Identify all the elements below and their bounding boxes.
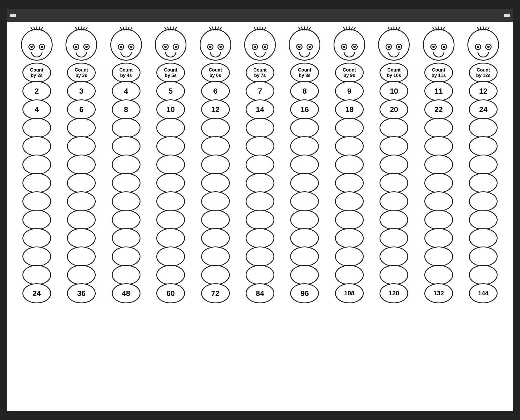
segment-empty-by5-5 <box>156 210 185 230</box>
pupil-right-by2 <box>41 46 43 48</box>
hair-spike <box>346 26 348 30</box>
eye-right-by6 <box>217 44 224 50</box>
segment-empty-by6-1 <box>201 136 230 156</box>
label-bubble-by9: Countby 9s <box>335 63 364 83</box>
hair-spike <box>128 26 130 30</box>
pupil-left-by5 <box>164 46 167 48</box>
smile-by10 <box>388 52 400 57</box>
pupil-right-by10 <box>398 46 400 48</box>
caterpillar-col-by4: Countby 4s4848 <box>105 29 147 304</box>
head-circle-by2 <box>21 29 53 61</box>
segment-empty-by3-0 <box>67 118 96 138</box>
segment-empty-by10-4 <box>380 191 408 211</box>
head-by7 <box>244 29 276 61</box>
segment-last-by9: 108 <box>335 283 364 303</box>
hair-spike <box>485 26 487 30</box>
segment-empty-by12-1 <box>469 136 498 156</box>
caterpillar-col-by11: Countby 11s1122132 <box>418 29 459 304</box>
segment-empty-by12-6 <box>469 228 498 248</box>
head-by3 <box>66 29 97 61</box>
hair-spike <box>209 27 212 31</box>
pupil-right-by7 <box>264 46 266 48</box>
segment-last-by7: 84 <box>246 283 274 303</box>
eyes-row-by5 <box>162 44 179 50</box>
head-by4 <box>110 29 142 61</box>
eye-right-by9 <box>351 44 358 50</box>
segment-filled-by4-0: 4 <box>112 81 140 101</box>
segment-empty-by9-5 <box>335 210 364 230</box>
segment-empty-by12-3 <box>469 173 498 193</box>
hair-spike <box>85 27 88 31</box>
segment-empty-by8-8 <box>290 265 319 285</box>
segment-filled-by2-0: 2 <box>22 81 51 101</box>
segment-empty-by2-3 <box>22 173 51 193</box>
caterpillars-container: Countby 2s2424 <box>9 26 511 307</box>
smile-by11 <box>433 52 444 57</box>
hair-spike <box>432 27 435 31</box>
smile-by12 <box>477 52 489 57</box>
segment-filled-by6-0: 6 <box>201 81 230 101</box>
eye-left-by2 <box>28 44 35 50</box>
segment-empty-by12-0 <box>469 118 498 138</box>
hair-spike <box>259 26 260 30</box>
segment-empty-by6-3 <box>201 173 230 193</box>
eye-left-by10 <box>386 44 392 50</box>
hair-by12 <box>479 26 488 30</box>
hair-spike <box>40 27 43 31</box>
hair-spike <box>36 26 37 30</box>
head-circle-by4 <box>110 29 142 61</box>
segment-empty-by8-0 <box>290 118 319 138</box>
eye-left-by8 <box>296 44 303 50</box>
hair-spike <box>298 27 301 31</box>
segment-last-by10: 120 <box>380 283 408 303</box>
segment-filled-by7-0: 7 <box>246 81 274 101</box>
head-by9 <box>334 29 365 61</box>
hair-spike <box>33 26 35 30</box>
segment-empty-by9-1 <box>335 136 364 156</box>
hair-spike <box>394 26 394 30</box>
hair-spike <box>306 26 308 30</box>
segment-filled-by8-1: 16 <box>290 99 319 120</box>
smile-by7 <box>254 52 266 57</box>
hair-spike <box>390 26 392 30</box>
segment-filled-by2-1: 4 <box>22 99 51 120</box>
smile-by6 <box>210 52 221 57</box>
head-circle-by10 <box>378 29 410 61</box>
pupil-right-by4 <box>130 46 132 48</box>
hair-spike <box>120 27 122 31</box>
pupil-left-by12 <box>477 46 479 48</box>
head-by2 <box>21 29 53 61</box>
segment-empty-by8-5 <box>290 210 319 230</box>
hair-by5 <box>166 26 175 30</box>
segment-empty-by9-4 <box>335 191 364 211</box>
eyes-row-by12 <box>475 44 492 50</box>
hair-by2 <box>32 26 41 30</box>
segment-empty-by3-8 <box>67 265 96 285</box>
segment-empty-by8-7 <box>290 246 319 267</box>
segment-empty-by2-5 <box>22 210 51 230</box>
segment-filled-by3-0: 3 <box>67 81 96 101</box>
hair-spike <box>388 27 390 31</box>
segment-empty-by2-4 <box>22 191 51 211</box>
segment-empty-by11-3 <box>424 173 453 193</box>
hair-by4 <box>122 26 130 30</box>
segment-empty-by8-1 <box>290 136 319 156</box>
hair-by3 <box>77 26 86 30</box>
eye-left-by5 <box>162 44 169 50</box>
hair-by6 <box>211 26 220 30</box>
pupil-right-by8 <box>309 46 311 48</box>
head-by5 <box>155 29 186 61</box>
hair-spike <box>398 27 400 31</box>
head-circle-by7 <box>244 29 276 61</box>
segment-empty-by6-6 <box>201 228 230 248</box>
label-bubble-by12: Countby 12s <box>469 63 498 83</box>
hair-spike <box>167 26 169 30</box>
segment-empty-by9-3 <box>335 173 364 193</box>
caterpillar-col-by10: Countby 10s1020120 <box>373 29 415 304</box>
pupil-left-by11 <box>432 46 435 48</box>
segment-empty-by8-6 <box>290 228 319 248</box>
segment-last-by6: 72 <box>201 283 230 303</box>
eye-right-by11 <box>441 44 447 50</box>
worksheet-page: Countby 2s2424 <box>7 9 513 411</box>
hair-spike <box>264 27 267 31</box>
